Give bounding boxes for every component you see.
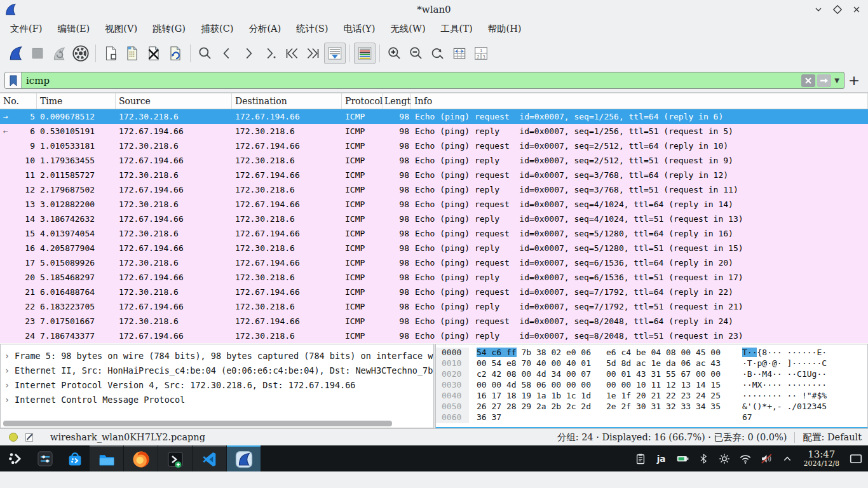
packet-row[interactable]: 247.186743377172.67.194.66172.30.218.6IC… bbox=[0, 329, 868, 343]
colorize-icon[interactable] bbox=[354, 43, 376, 64]
packet-row[interactable]: 164.205877904172.67.194.66172.30.218.6IC… bbox=[0, 241, 868, 255]
menu-item-3[interactable]: 跳转(G) bbox=[145, 20, 193, 37]
packet-row[interactable]: 226.183223705172.67.194.66172.30.218.6IC… bbox=[0, 299, 868, 314]
packet-row[interactable]: 175.015089926172.30.218.6172.67.194.66IC… bbox=[0, 255, 868, 270]
find-packet-icon[interactable] bbox=[194, 43, 216, 64]
packet-row[interactable]: 133.012882200172.30.218.6172.67.194.66IC… bbox=[0, 197, 868, 212]
filter-dropdown-icon[interactable]: ▼ bbox=[833, 77, 841, 84]
minimize-icon[interactable] bbox=[812, 3, 825, 16]
input-method-indicator[interactable]: ja bbox=[654, 451, 668, 466]
vscode-task[interactable] bbox=[193, 445, 226, 471]
hex-ascii[interactable]: 67 bbox=[742, 412, 752, 423]
ascii-selected-chars[interactable]: T·· bbox=[742, 348, 757, 357]
expand-chevron-icon[interactable]: › bbox=[4, 349, 15, 363]
clipboard-icon[interactable] bbox=[634, 451, 648, 466]
detail-line[interactable]: ›Frame 5: 98 bytes on wire (784 bits), 9… bbox=[1, 349, 433, 363]
restart-capture-icon[interactable] bbox=[48, 43, 70, 64]
menu-item-10[interactable]: 帮助(H) bbox=[480, 20, 529, 37]
zoom-in-icon[interactable] bbox=[384, 43, 405, 64]
file-manager-task[interactable] bbox=[90, 445, 123, 471]
filter-value[interactable]: icmp bbox=[22, 75, 801, 86]
hex-row[interactable]: 003000 00 4d 58 06 00 00 0000 00 10 11 1… bbox=[436, 380, 867, 391]
column-header-length[interactable]: Length bbox=[383, 93, 411, 109]
hex-row[interactable]: 0020c2 42 08 00 4d 34 00 0700 01 43 31 5… bbox=[436, 369, 867, 380]
hex-bytes[interactable]: 00 00 10 11 12 13 14 15 bbox=[606, 380, 728, 391]
menu-item-8[interactable]: 无线(W) bbox=[383, 20, 433, 37]
terminal-task[interactable] bbox=[158, 445, 192, 471]
hex-bytes[interactable] bbox=[606, 412, 728, 423]
resize-columns-icon[interactable] bbox=[449, 43, 470, 64]
save-file-icon[interactable] bbox=[121, 43, 143, 64]
packet-row[interactable]: 143.186742632172.67.194.66172.30.218.6IC… bbox=[0, 212, 868, 226]
zoom-original-icon[interactable] bbox=[427, 43, 449, 64]
hex-ascii[interactable]: ··MX···· ········ bbox=[742, 380, 827, 391]
clock[interactable]: 13:47 2024/12/8 bbox=[804, 450, 839, 467]
packet-row[interactable]: ←60.530105191172.67.194.66172.30.218.6IC… bbox=[0, 124, 868, 139]
column-header-destination[interactable]: Destination bbox=[232, 93, 342, 109]
column-header-no[interactable]: No. bbox=[0, 93, 37, 109]
settings-icon[interactable] bbox=[30, 445, 60, 471]
auto-scroll-icon[interactable] bbox=[324, 43, 346, 64]
volume-muted-icon[interactable] bbox=[759, 451, 773, 466]
capture-comment-icon[interactable] bbox=[24, 432, 35, 443]
hex-bytes[interactable]: 36 37 bbox=[477, 412, 599, 423]
hex-row[interactable]: 005026 27 28 29 2a 2b 2c 2d2e 2f 30 31 3… bbox=[436, 402, 867, 412]
hex-selected-bytes[interactable]: 54 c6 ff bbox=[477, 348, 517, 357]
packet-row[interactable]: 91.010533181172.30.218.6172.67.194.66ICM… bbox=[0, 139, 868, 153]
zoom-out-icon[interactable] bbox=[405, 43, 427, 64]
hex-bytes[interactable]: 54 c6 ff 7b 38 02 e0 06 bbox=[477, 348, 599, 358]
hex-bytes[interactable]: 00 00 4d 58 06 00 00 00 bbox=[477, 380, 599, 391]
packet-row[interactable]: 112.011585727172.30.218.6172.67.194.66IC… bbox=[0, 168, 868, 182]
filter-apply-button[interactable] bbox=[817, 74, 831, 87]
packet-row[interactable]: 154.013974054172.30.218.6172.67.194.66IC… bbox=[0, 226, 868, 241]
previous-packet-icon[interactable] bbox=[216, 43, 238, 64]
column-header-source[interactable]: Source bbox=[116, 93, 232, 109]
hex-bytes[interactable]: e6 c4 be 04 08 00 45 00 bbox=[606, 348, 728, 358]
firefox-task[interactable] bbox=[124, 445, 158, 471]
hex-bytes[interactable]: 00 54 e8 70 40 00 40 01 bbox=[477, 358, 599, 369]
column-header-info[interactable]: Info bbox=[411, 93, 868, 109]
detail-line[interactable]: ›Internet Control Message Protocol bbox=[1, 393, 433, 407]
hex-bytes[interactable]: c2 42 08 00 4d 34 00 07 bbox=[477, 369, 599, 380]
menu-item-7[interactable]: 电话(Y) bbox=[336, 20, 383, 37]
filter-clear-button[interactable] bbox=[801, 74, 815, 87]
app-launcher-icon[interactable] bbox=[0, 445, 30, 471]
packet-row[interactable]: 101.179363455172.67.194.66172.30.218.6IC… bbox=[0, 153, 868, 168]
profile-label[interactable]: 配置: Default bbox=[803, 431, 862, 444]
hex-ascii[interactable]: ·T·p@·@· ]······C bbox=[742, 358, 827, 369]
hex-bytes[interactable]: 16 17 18 19 1a 1b 1c 1d bbox=[477, 391, 599, 402]
wireshark-task[interactable] bbox=[227, 445, 261, 471]
hex-bytes[interactable]: 5d 8d ac 1e da 06 ac 43 bbox=[606, 358, 728, 369]
display-filter-input[interactable]: icmp ▼ bbox=[4, 72, 844, 89]
hex-ascii[interactable]: T··{8··· ······E· bbox=[742, 348, 827, 358]
expert-info-icon[interactable] bbox=[9, 433, 18, 442]
menu-item-4[interactable]: 捕获(C) bbox=[193, 20, 241, 37]
expand-chevron-icon[interactable]: › bbox=[4, 363, 15, 378]
hex-bytes[interactable]: 1e 1f 20 21 22 23 24 25 bbox=[606, 391, 728, 402]
hex-ascii[interactable]: ·B··M4·· ··C1Ug·· bbox=[742, 369, 827, 380]
brightness-icon[interactable] bbox=[717, 451, 731, 466]
open-file-icon[interactable] bbox=[100, 43, 121, 64]
packet-row[interactable]: 216.016488764172.30.218.6172.67.194.66IC… bbox=[0, 285, 868, 299]
expand-chevron-icon[interactable]: › bbox=[4, 393, 15, 407]
filter-bookmark-button[interactable] bbox=[5, 72, 22, 88]
hex-row[interactable]: 000054 c6 ff 7b 38 02 e0 06e6 c4 be 04 0… bbox=[436, 348, 867, 358]
hex-bytes[interactable]: 26 27 28 29 2a 2b 2c 2d bbox=[477, 402, 599, 412]
layout-icon[interactable]: 123 bbox=[470, 43, 492, 64]
battery-icon[interactable] bbox=[675, 451, 689, 466]
capture-filename[interactable]: wireshark_wlan0KH7LY2.pcapng bbox=[50, 432, 205, 442]
first-packet-icon[interactable] bbox=[281, 43, 302, 64]
maximize-icon[interactable] bbox=[831, 3, 844, 16]
packet-row[interactable]: 122.179687502172.67.194.66172.30.218.6IC… bbox=[0, 182, 868, 197]
go-to-packet-icon[interactable] bbox=[259, 43, 281, 64]
detail-line[interactable]: ›Ethernet II, Src: HonHaiPrecis_c4:be:04… bbox=[1, 363, 433, 378]
hex-row[interactable]: 006036 3767 bbox=[436, 412, 867, 423]
wifi-icon[interactable] bbox=[738, 451, 752, 466]
packet-row[interactable]: →50.009678512172.30.218.6172.67.194.66IC… bbox=[0, 109, 868, 124]
menu-item-9[interactable]: 工具(T) bbox=[433, 20, 480, 37]
menu-item-0[interactable]: 文件(F) bbox=[3, 20, 50, 37]
discover-icon[interactable] bbox=[60, 445, 90, 471]
menu-item-6[interactable]: 统计(S) bbox=[288, 20, 336, 37]
menu-item-5[interactable]: 分析(A) bbox=[241, 20, 288, 37]
hex-row[interactable]: 001000 54 e8 70 40 00 40 015d 8d ac 1e d… bbox=[436, 358, 867, 369]
